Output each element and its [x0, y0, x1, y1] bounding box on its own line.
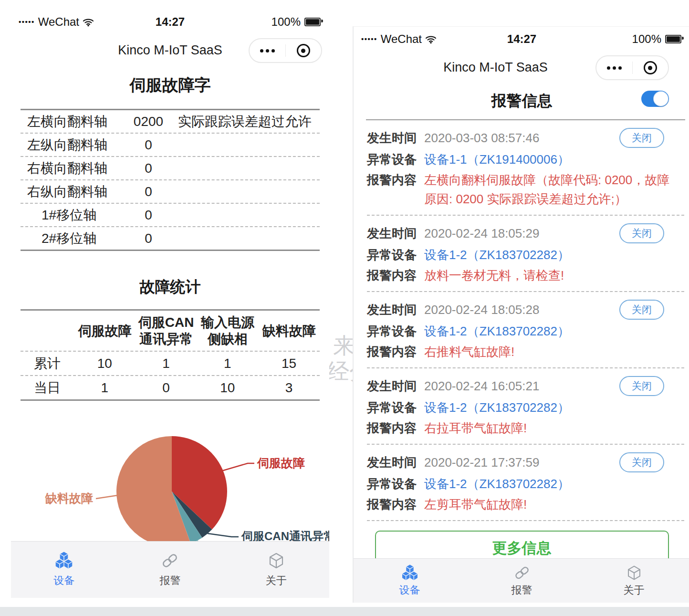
pie-leader-can-error — [208, 533, 239, 537]
table-row: 右横向翻料轴 0 — [21, 157, 320, 180]
pie-chart: 伺服故障 缺料故障 伺服CAN通讯异常 输入电源侧缺相 — [11, 419, 329, 562]
tab-about[interactable]: 关于 — [578, 564, 689, 597]
alarm-time: 2020-02-24 18:05:28 — [424, 299, 539, 321]
stats-value: 10 — [197, 380, 259, 396]
stats-row-label: 当日 — [21, 379, 74, 397]
stats-table: 伺服故障 伺服CAN 通讯异常 输入电源 侧缺相 缺料故障 累计 10 1 1 … — [21, 309, 320, 401]
capsule-home-button[interactable] — [633, 56, 668, 79]
stats-title: 故障统计 — [11, 277, 329, 298]
axis-label: 1#移位轴 — [21, 206, 122, 224]
stats-row: 当日 1 0 10 3 — [21, 376, 320, 399]
table-row: 右纵向翻料轴 0 — [21, 180, 320, 204]
tab-label: 设备 — [53, 574, 74, 588]
target-icon — [644, 61, 657, 74]
more-dots-icon — [607, 66, 622, 70]
tab-label: 报警 — [512, 583, 532, 597]
field-label-time: 发生时间 — [367, 376, 417, 397]
field-label-content: 报警内容 — [367, 418, 417, 438]
clock: 14:27 — [156, 15, 185, 29]
stats-value: 1 — [136, 356, 197, 371]
battery-icon — [665, 35, 681, 43]
pie-label-servo-fault: 伺服故障 — [257, 456, 305, 470]
stats-header-cell: 伺服故障 — [74, 323, 136, 339]
tab-devices[interactable]: 设备 — [11, 552, 117, 588]
capsule-more-button[interactable] — [596, 56, 632, 79]
fault-code: 0 — [122, 231, 175, 246]
fault-table: 左横向翻料轴 0200 实际跟踪误差超过允许 左纵向翻料轴 0 右横向翻料轴 0… — [21, 109, 320, 251]
fault-code: 0200 — [122, 114, 175, 129]
field-label-content: 报警内容 — [367, 495, 417, 514]
pie-leader-material-shortage — [96, 495, 118, 499]
stats-row: 累计 10 1 1 15 — [21, 352, 320, 376]
pie-label-material-shortage: 缺料故障 — [45, 491, 93, 505]
close-button[interactable]: 关闭 — [619, 128, 664, 148]
alarm-toggle[interactable] — [641, 91, 669, 107]
close-button[interactable]: 关闭 — [619, 300, 664, 320]
stats-value: 3 — [258, 380, 320, 396]
alarm-device-link[interactable]: 设备1-2（ZK183702282） — [424, 321, 570, 342]
alarm-content: 左剪耳带气缸故障! — [424, 495, 684, 514]
tab-label: 关于 — [624, 583, 645, 597]
more-info-label: 更多信息 — [492, 538, 552, 558]
alarm-device-link[interactable]: 设备1-2（ZK183702282） — [424, 244, 570, 266]
wifi-icon — [83, 18, 94, 27]
close-button[interactable]: 关闭 — [619, 376, 664, 396]
table-row: 1#移位轴 0 — [21, 204, 320, 227]
target-icon — [297, 44, 310, 57]
alarm-header: 报警信息 — [354, 88, 689, 114]
table-row: 2#移位轴 0 — [21, 227, 320, 250]
right-phone-screen: ••••• WeChat 14:27 100% Kinco M-IoT SaaS — [353, 26, 689, 603]
stats-row-label: 累计 — [21, 355, 74, 373]
field-label-device: 异常设备 — [367, 321, 417, 342]
alarm-device-link[interactable]: 设备1-2（ZK183702282） — [424, 397, 570, 418]
alarm-time: 2020-02-21 17:37:59 — [424, 452, 539, 473]
cube-icon — [625, 564, 643, 581]
field-label-time: 发生时间 — [367, 223, 417, 244]
bottom-strip — [0, 607, 689, 616]
app-title: Kinco M-IoT SaaS — [354, 60, 637, 75]
alarm-time: 2020-02-24 18:05:29 — [424, 223, 539, 244]
close-button[interactable]: 关闭 — [619, 223, 664, 243]
stats-value: 15 — [258, 356, 320, 371]
battery-icon — [304, 18, 321, 26]
status-bar: ••••• WeChat 14:27 100% — [354, 27, 689, 52]
alarm-card: 发生时间 2020-02-24 18:05:28 异常设备 设备1-2（ZK18… — [367, 292, 684, 368]
field-label-time: 发生时间 — [367, 452, 417, 473]
tab-label: 关于 — [266, 574, 287, 588]
alarm-card: 发生时间 2020-03-03 08:57:46 异常设备 设备1-1（ZK19… — [367, 120, 684, 216]
cube-icon — [266, 552, 286, 570]
wechat-capsule — [595, 55, 669, 80]
fault-code: 0 — [122, 137, 175, 153]
watermark: 来 — [333, 331, 355, 361]
pie-label-can-error: 伺服CAN通讯异常 — [241, 530, 329, 543]
wifi-icon — [425, 35, 437, 44]
stats-value: 1 — [74, 380, 136, 396]
tab-devices[interactable]: 设备 — [354, 564, 466, 597]
alarm-content: 右推料气缸故障! — [424, 342, 684, 361]
chain-link-icon — [513, 564, 531, 581]
alarm-device-link[interactable]: 设备1-2（ZK183702282） — [424, 473, 570, 495]
signal-dots-icon: ••••• — [19, 18, 35, 26]
stats-header-cell: 输入电源 侧缺相 — [197, 314, 259, 347]
axis-label: 左纵向翻料轴 — [21, 136, 122, 154]
alarm-list: 发生时间 2020-03-03 08:57:46 异常设备 设备1-1（ZK19… — [354, 120, 689, 521]
tab-alarm[interactable]: 报警 — [466, 564, 578, 597]
close-button[interactable]: 关闭 — [619, 452, 664, 472]
field-label-device: 异常设备 — [367, 473, 417, 495]
field-label-content: 报警内容 — [367, 342, 417, 361]
field-label-device: 异常设备 — [367, 149, 417, 170]
titlebar: Kinco M-IoT SaaS — [354, 52, 689, 84]
field-label-content: 报警内容 — [367, 170, 417, 189]
capsule-more-button[interactable] — [250, 39, 285, 62]
status-bar: ••••• WeChat 14:27 100% — [11, 10, 329, 35]
field-label-time: 发生时间 — [367, 127, 417, 149]
pie-leader-servo-fault — [220, 463, 254, 471]
axis-label: 右横向翻料轴 — [21, 159, 122, 177]
tab-about[interactable]: 关于 — [223, 552, 329, 588]
wechat-capsule — [249, 38, 322, 63]
tab-alarm[interactable]: 报警 — [117, 552, 223, 588]
field-label-content: 报警内容 — [367, 266, 417, 285]
capsule-home-button[interactable] — [286, 39, 322, 62]
axis-label: 左横向翻料轴 — [21, 113, 122, 131]
alarm-device-link[interactable]: 设备1-1（ZK191400006） — [424, 149, 570, 170]
